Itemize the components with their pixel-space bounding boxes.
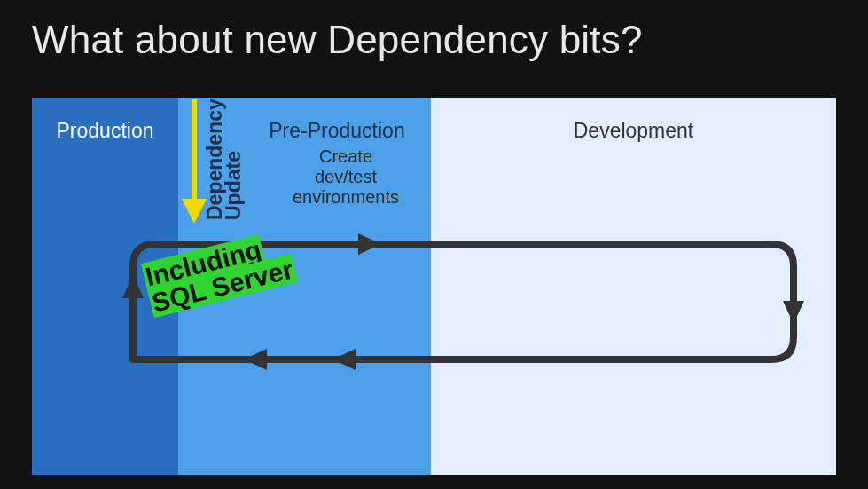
preprod-sub-line2: dev/test bbox=[315, 167, 377, 186]
preproduction-label: Pre-Production bbox=[248, 119, 426, 143]
production-label: Production bbox=[32, 119, 178, 143]
panel-development: Development bbox=[431, 98, 836, 475]
preprod-sub-line1: Create bbox=[319, 146, 372, 166]
preproduction-subtext: Create dev/test environments bbox=[270, 146, 421, 208]
preprod-sub-line3: environments bbox=[293, 187, 399, 207]
slide: What about new Dependency bits? Producti… bbox=[0, 0, 868, 489]
dep-upd-line2: Update bbox=[222, 151, 245, 220]
dependency-update-label: Dependency Update bbox=[206, 99, 243, 220]
dependency-arrow-stem bbox=[192, 99, 197, 204]
development-label: Development bbox=[431, 119, 836, 143]
slide-title: What about new Dependency bits? bbox=[32, 18, 643, 62]
dependency-arrow-head-icon bbox=[182, 199, 207, 224]
